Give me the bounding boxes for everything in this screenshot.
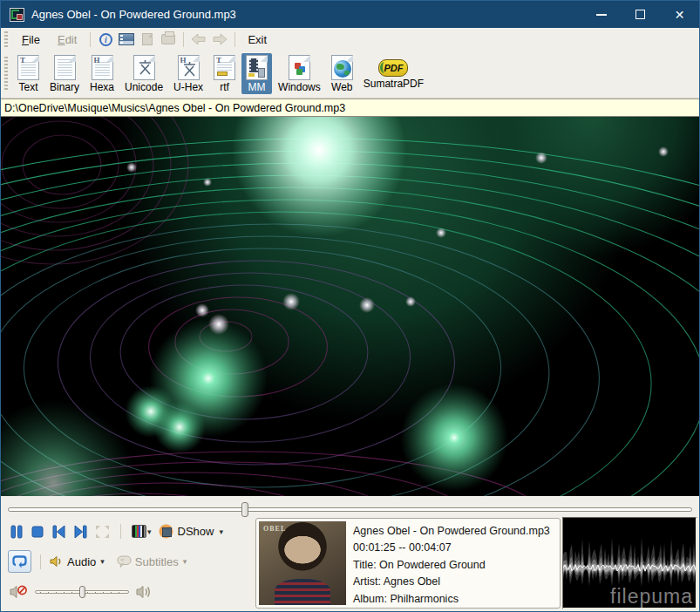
separator [40, 554, 41, 569]
back-arrow-icon [191, 33, 207, 45]
toolbar-label: Binary [50, 81, 79, 93]
hexa-doc-icon: H [92, 55, 113, 80]
stop-button[interactable] [31, 525, 44, 539]
caret-down-icon: ▾ [147, 527, 152, 536]
window-title: Agnes Obel - On Powdered Ground.mp3 [31, 8, 581, 21]
unicode-doc-icon [133, 55, 155, 80]
toolbar-label: SumatraPDF [364, 78, 424, 90]
seek-groove[interactable] [8, 507, 692, 512]
minimize-icon [596, 14, 607, 16]
subtitles-menu-button-disabled[interactable]: “ Subtitles ▾ [117, 555, 187, 568]
filmstrip-icon [119, 33, 134, 45]
close-icon: ✕ [675, 9, 685, 21]
renderer-button[interactable]: DShow ▾ [159, 524, 223, 539]
toolbar-button-mm[interactable]: MM [241, 53, 272, 94]
separator [183, 32, 184, 47]
print-button-disabled[interactable] [159, 31, 178, 48]
file-path-bar: D:\OneDrive\Musique\Musics\Agnes Obel - … [1, 99, 699, 117]
pause-icon [10, 525, 24, 539]
album-art: Obel [259, 521, 346, 605]
fullscreen-button-disabled[interactable] [95, 525, 110, 539]
volume-mute-icon[interactable] [10, 585, 28, 599]
previous-button[interactable] [51, 525, 66, 539]
volume-loud-icon[interactable] [136, 585, 153, 599]
menu-exit[interactable]: Exit [241, 31, 274, 49]
player-panel: ▾ DShow ▾ Audio ▾ [1, 496, 699, 612]
sumatrapdf-icon: PDF [378, 59, 408, 77]
seek-bar[interactable] [8, 501, 692, 519]
menu-edit[interactable]: Edit [50, 31, 85, 49]
rtf-doc-icon: T [214, 55, 235, 80]
now-playing-panel: Obel Agnes Obel - On Powdered Ground.mp3… [255, 518, 561, 609]
caret-down-icon: ▾ [183, 557, 187, 566]
info-button[interactable]: i [96, 31, 115, 48]
copy-button-disabled[interactable] [138, 31, 157, 48]
view-mode-toolbar: T Text Binary H Hexa Unicode H U-Hex T r… [1, 51, 699, 99]
now-playing-title: Title: On Powdered Ground [353, 557, 550, 574]
file-path: D:\OneDrive\Musique\Musics\Agnes Obel - … [4, 102, 345, 114]
app-window: Agnes Obel - On Powdered Ground.mp3 ✕ Fi… [0, 0, 700, 612]
web-globe-icon [331, 55, 353, 80]
waveform-display: filepuma [562, 517, 697, 609]
windows-doc-icon [289, 55, 310, 80]
maximize-button[interactable] [621, 1, 660, 28]
dshow-reel-icon [159, 524, 173, 539]
previous-icon [51, 525, 66, 539]
uhex-doc-icon: H [178, 55, 200, 80]
seek-thumb[interactable] [241, 502, 248, 517]
toolbar-label: Windows [278, 81, 321, 93]
now-playing-album: Album: Philharmonics [353, 591, 550, 608]
loop-button[interactable] [8, 550, 31, 573]
now-playing-time: 00:01:25 -- 00:04:07 [353, 540, 550, 556]
toolbar-grip[interactable] [4, 57, 8, 92]
subtitles-bubble-icon: “ [117, 555, 132, 568]
toolbar-button-sumatrapdf[interactable]: PDF SumatraPDF [359, 53, 428, 91]
toolbar-label: U-Hex [173, 81, 203, 93]
toolbar-button-windows[interactable]: Windows [274, 53, 325, 94]
pause-button[interactable] [10, 525, 24, 539]
toolbar-grip[interactable] [4, 31, 8, 47]
info-icon: i [99, 33, 112, 46]
toolbar-button-rtf[interactable]: T rtf [209, 53, 240, 94]
audio-speaker-icon [50, 555, 64, 568]
filter-stripes-icon [132, 525, 146, 538]
now-playing-artist: Artist: Agnes Obel [353, 574, 550, 590]
stop-icon [31, 525, 44, 539]
toolbar-button-text[interactable]: T Text [13, 53, 44, 94]
text-doc-icon: T [17, 55, 39, 80]
next-button[interactable] [73, 525, 88, 539]
audio-menu-button[interactable]: Audio ▾ [50, 555, 105, 568]
app-icon [10, 8, 24, 22]
volume-thumb[interactable] [79, 586, 85, 598]
caret-down-icon: ▾ [219, 527, 223, 536]
back-button-disabled[interactable] [189, 31, 208, 48]
toolbar-label: Hexa [90, 81, 114, 93]
title-bar: Agnes Obel - On Powdered Ground.mp3 ✕ [1, 1, 699, 28]
media-config-button[interactable] [117, 31, 136, 48]
toolbar-label: rtf [220, 81, 229, 93]
separator [90, 32, 91, 47]
forward-button-disabled[interactable] [210, 31, 229, 48]
next-icon [73, 525, 88, 539]
page-icon [142, 33, 153, 45]
visual-filter-button[interactable]: ▾ [132, 525, 152, 538]
svg-text:“: “ [120, 557, 124, 565]
album-art-text: Obel [263, 525, 286, 533]
minimize-button[interactable] [581, 1, 621, 28]
now-playing-filename: Agnes Obel - On Powdered Ground.mp3 [353, 523, 550, 540]
toolbar-button-web[interactable]: Web [327, 53, 357, 94]
forward-arrow-icon [212, 33, 228, 45]
toolbar-button-hexa[interactable]: H Hexa [85, 53, 119, 94]
menu-file[interactable]: File [14, 31, 48, 49]
close-button[interactable]: ✕ [660, 1, 699, 28]
toolbar-button-unicode[interactable]: Unicode [120, 53, 167, 94]
volume-slider[interactable] [35, 587, 129, 597]
toolbar-button-uhex[interactable]: H U-Hex [169, 53, 207, 94]
toolbar-label: Web [331, 81, 352, 93]
toolbar-button-binary[interactable]: Binary [45, 53, 84, 94]
audio-label: Audio [67, 555, 96, 568]
subtitles-label: Subtitles [135, 555, 179, 568]
toolbar-label: Text [18, 81, 37, 93]
binary-doc-icon [54, 55, 76, 80]
caret-down-icon: ▾ [100, 557, 105, 566]
